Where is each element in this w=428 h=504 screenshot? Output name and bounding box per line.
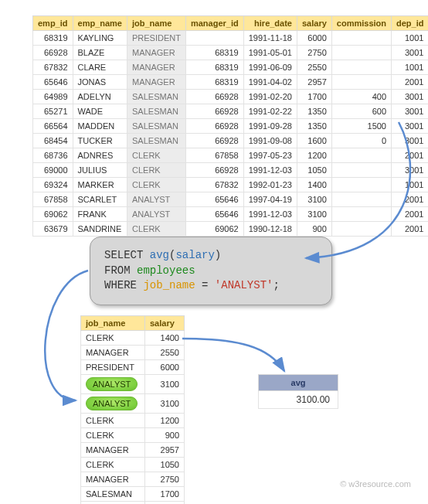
cell [331, 207, 391, 222]
cell: 2550 [297, 60, 332, 75]
cell: 2957 [297, 75, 332, 90]
cell: 2001 [392, 148, 429, 163]
cell-job-name: CLERK [81, 428, 145, 443]
cell-job-name: ANALYST [81, 394, 145, 414]
cell-salary: 1350 [145, 502, 185, 505]
cell: MANAGER [127, 46, 186, 60]
cell: SALESMAN [127, 104, 186, 119]
cell [331, 148, 391, 163]
cell: 1997-05-23 [243, 148, 297, 163]
cell: 3001 [392, 134, 429, 148]
kw-from: FROM [104, 264, 137, 277]
cell: 64989 [33, 90, 73, 104]
cell: CLERK [127, 178, 186, 192]
cell: 69324 [33, 178, 73, 192]
table-row: 68736ADNRESCLERK678581997-05-2312002001 [33, 148, 429, 163]
col-commission: commission [331, 16, 391, 31]
cell: 1991-02-20 [243, 90, 297, 104]
cell: 1997-04-19 [243, 192, 297, 207]
cell: MADDEN [73, 119, 127, 134]
table-row: 68454TUCKERSALESMAN669281991-09-08160003… [33, 134, 429, 148]
table-row: MANAGER2750 [81, 472, 185, 487]
cell: 1991-09-08 [243, 134, 297, 148]
cell: 1991-06-09 [243, 60, 297, 75]
cell: 900 [297, 222, 332, 237]
cell: 1200 [297, 148, 332, 163]
cell: 65646 [33, 75, 73, 90]
cell: 66928 [33, 46, 73, 60]
cell: 1001 [392, 60, 429, 75]
cell: SALESMAN [127, 134, 186, 148]
cell: 3001 [392, 104, 429, 119]
cell: WADE [73, 104, 127, 119]
cell: 2001 [392, 222, 429, 237]
cell: 66564 [33, 119, 73, 134]
result-table: avg 3100.00 [258, 374, 338, 409]
cell: 68319 [185, 46, 243, 60]
cell: 3100 [297, 192, 332, 207]
cell [331, 75, 391, 90]
cell: 69062 [185, 222, 243, 237]
cell: SALESMAN [127, 90, 186, 104]
cell: 67858 [33, 192, 73, 207]
intermediate-table: job_name salary CLERK1400MANAGER2550PRES… [80, 315, 185, 504]
table-row: 66928BLAZEMANAGER683191991-05-0127503001 [33, 46, 429, 60]
cell: KAYLING [73, 31, 127, 46]
table-row: CLERK1050 [81, 458, 185, 472]
table-row: CLERK900 [81, 428, 185, 443]
cell: 2001 [392, 192, 429, 207]
cell: ADNRES [73, 148, 127, 163]
cell: 1350 [297, 119, 332, 134]
cell: 63679 [33, 222, 73, 237]
cell: 1600 [297, 134, 332, 148]
table-row: emp_id emp_name job_name manager_id hire… [33, 16, 429, 31]
cell-job-name: SALESMAN [81, 487, 145, 502]
cell: 2750 [297, 46, 332, 60]
col-avg: avg [259, 375, 338, 391]
arrow-mid-to-result [182, 339, 284, 371]
table-row: 64989ADELYNSALESMAN669281991-02-20170040… [33, 90, 429, 104]
col-salary: salary [297, 16, 332, 31]
cell: CLERK [127, 163, 186, 178]
cell: TUCKER [73, 134, 127, 148]
cell: 67832 [33, 60, 73, 75]
cell: 68319 [185, 75, 243, 90]
col-dep-id: dep_id [392, 16, 429, 31]
cell [185, 31, 243, 46]
cell: 1991-04-02 [243, 75, 297, 90]
cell-salary: 1400 [145, 331, 185, 346]
cell: 2001 [392, 207, 429, 222]
cell: 67832 [185, 178, 243, 192]
cell: 65646 [185, 207, 243, 222]
col-job-name: job_name [127, 16, 186, 31]
fn-avg: avg [150, 249, 169, 261]
cell: 3001 [392, 119, 429, 134]
cell [331, 163, 391, 178]
cell: ANALYST [127, 207, 186, 222]
table-row: 67858SCARLETANALYST656461997-04-19310020… [33, 192, 429, 207]
table-row: 69062FRANKANALYST656461991-12-0331002001 [33, 207, 429, 222]
cell: 1991-11-18 [243, 31, 297, 46]
cell: 68736 [33, 148, 73, 163]
cell: 1700 [297, 90, 332, 104]
cell: 1991-12-03 [243, 207, 297, 222]
cell-job-name: ANALYST [81, 375, 145, 394]
table-row: 69324MARKERCLERK678321992-01-2314001001 [33, 178, 429, 192]
cell: FRANK [73, 207, 127, 222]
cell: CLARE [73, 60, 127, 75]
cell-salary: 900 [145, 428, 185, 443]
cell: 3100 [297, 207, 332, 222]
analyst-highlight-pill: ANALYST [86, 397, 138, 410]
table-row: MANAGER2550 [81, 346, 185, 360]
cell: 69062 [33, 207, 73, 222]
table-row: 65271WADESALESMAN669281991-02-2213506003… [33, 104, 429, 119]
cell: 2001 [392, 75, 429, 90]
cell: 1992-01-23 [243, 178, 297, 192]
cell: 1991-12-03 [243, 163, 297, 178]
cell [331, 46, 391, 60]
table-row: PRESIDENT6000 [81, 360, 185, 375]
cell: 66928 [185, 163, 243, 178]
cell-job-name: CLERK [81, 414, 145, 428]
cell: 68319 [33, 31, 73, 46]
table-row: ANALYST3100 [81, 394, 185, 414]
